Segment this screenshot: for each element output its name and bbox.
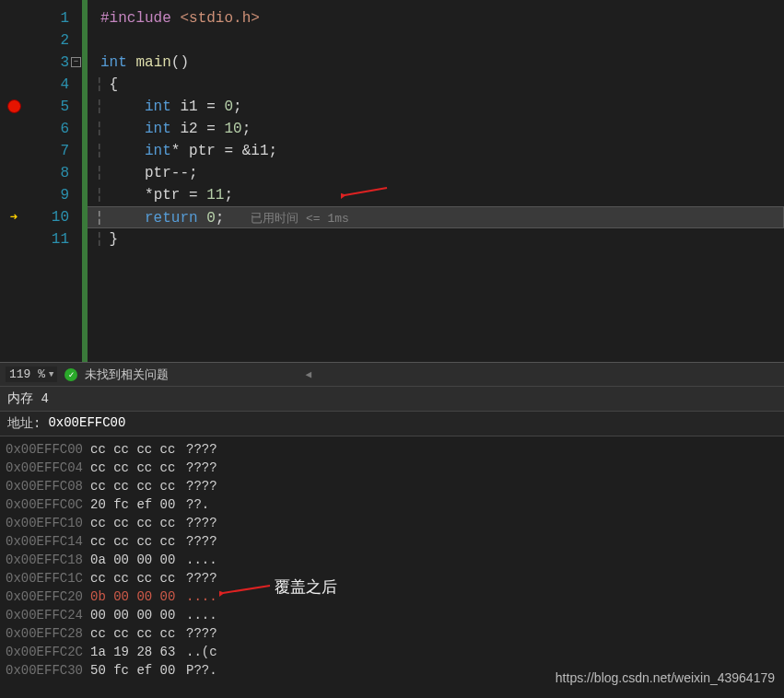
annotation-label: 覆盖之后 (275, 578, 337, 597)
memory-row-ascii: ???? (186, 440, 217, 459)
code-line[interactable]: ¦ int* ptr = &i1; (88, 140, 784, 162)
memory-row-hex: 0a 00 00 00 (90, 551, 186, 569)
zoom-level-select[interactable]: 119 % ▼ (6, 366, 57, 382)
code-line[interactable]: #include <stdio.h> (88, 7, 784, 29)
editor-gutter: ➜ 1 2 3 4 5 6 7 8 9 10 11 (0, 0, 78, 362)
code-line[interactable]: ¦ int i2 = 10; (88, 118, 784, 140)
memory-row-ascii: ???? (186, 477, 217, 495)
zoom-level-value: 119 % (9, 367, 45, 381)
memory-row[interactable]: 0x00EFFC2400 00 00 00.... (0, 606, 784, 624)
memory-row-ascii: ..(c (186, 643, 217, 661)
memory-row[interactable]: 0x00EFFC180a 00 00 00.... (0, 551, 784, 569)
memory-row-addr: 0x00EFFC30 (6, 661, 90, 680)
memory-row-ascii: ???? (186, 569, 217, 587)
code-line[interactable]: −int main() (88, 52, 784, 74)
memory-row[interactable]: 0x00EFFC08cc cc cc cc???? (0, 477, 784, 495)
memory-row[interactable]: 0x00EFFC200b 00 00 00.... (0, 587, 784, 606)
memory-row-ascii: P??. (186, 661, 217, 680)
memory-panel-title[interactable]: 内存 4 (0, 387, 784, 412)
memory-row[interactable]: 0x00EFFC04cc cc cc cc???? (0, 459, 784, 477)
memory-row-ascii: ???? (186, 514, 217, 532)
memory-row[interactable]: 0x00EFFC28cc cc cc cc???? (0, 624, 784, 643)
memory-address-bar: 地址: 0x00EFFC00 (0, 412, 784, 436)
memory-row-addr: 0x00EFFC1C (6, 569, 90, 587)
memory-row-hex: 0b 00 00 00 (90, 587, 186, 606)
memory-row-ascii: ???? (186, 459, 217, 477)
memory-row-addr: 0x00EFFC0C (6, 495, 90, 514)
memory-row-ascii: .... (186, 587, 217, 606)
preprocessor-token: #include (100, 10, 171, 27)
memory-row[interactable]: 0x00EFFC10cc cc cc cc???? (0, 514, 784, 532)
memory-row[interactable]: 0x00EFFC0C20 fc ef 00 ??. (0, 495, 784, 514)
scroll-left-icon[interactable]: ◀ (305, 368, 311, 380)
issues-status: 未找到相关问题 (85, 366, 169, 383)
memory-row-hex: 00 00 00 00 (90, 606, 186, 624)
glyph-margin[interactable]: ➜ (0, 7, 28, 362)
code-editor: ➜ 1 2 3 4 5 6 7 8 9 10 11 #include <stdi… (0, 0, 784, 387)
memory-row-hex: cc cc cc cc (90, 532, 186, 551)
memory-row-ascii: .... (186, 606, 217, 624)
memory-row[interactable]: 0x00EFFC2C1a 19 28 63..(c (0, 643, 784, 661)
memory-row-hex: cc cc cc cc (90, 440, 186, 459)
code-line[interactable] (88, 29, 784, 52)
code-line[interactable]: ¦ { (88, 74, 784, 96)
fold-minus-icon[interactable]: − (71, 57, 81, 67)
code-area[interactable]: ➜ 1 2 3 4 5 6 7 8 9 10 11 #include <stdi… (0, 0, 784, 362)
memory-row-addr: 0x00EFFC2C (6, 643, 90, 661)
memory-address-input[interactable]: 0x00EFFC00 (48, 415, 125, 432)
memory-row-addr: 0x00EFFC00 (6, 440, 90, 459)
memory-row-addr: 0x00EFFC04 (6, 459, 90, 477)
memory-row-ascii: .... (186, 551, 217, 569)
code-body[interactable]: #include <stdio.h> −int main() ¦ { ¦ int… (82, 0, 784, 362)
memory-row-hex: 1a 19 28 63 (90, 643, 186, 661)
chevron-down-icon: ▼ (49, 370, 53, 379)
memory-row-addr: 0x00EFFC14 (6, 532, 90, 551)
memory-hex-view[interactable]: 覆盖之后 0x00EFFC00cc cc cc cc????0x00EFFC04… (0, 436, 784, 683)
breakpoint-icon[interactable] (7, 99, 21, 113)
code-line[interactable]: ¦ ptr--; (88, 162, 784, 184)
memory-address-label: 地址: (7, 415, 41, 432)
memory-row-hex: cc cc cc cc (90, 459, 186, 477)
memory-row-hex: cc cc cc cc (90, 514, 186, 532)
memory-panel: 内存 4 地址: 0x00EFFC00 覆盖之后 0x00EFFC00cc cc… (0, 387, 784, 683)
code-line[interactable]: ¦ *ptr = 11; (88, 184, 784, 206)
memory-row-addr: 0x00EFFC18 (6, 551, 90, 569)
memory-row-hex: 50 fc ef 00 (90, 661, 186, 680)
code-line[interactable]: ¦ } (88, 228, 784, 250)
memory-row-hex: cc cc cc cc (90, 477, 186, 495)
execution-pointer-icon: ➜ (0, 206, 28, 228)
editor-status-bar: 119 % ▼ ✓ 未找到相关问题 ◀ (0, 362, 784, 386)
memory-row-ascii: ??. (186, 495, 209, 514)
check-circle-icon: ✓ (64, 368, 77, 381)
memory-row-hex: cc cc cc cc (90, 569, 186, 587)
memory-row-hex: cc cc cc cc (90, 624, 186, 643)
memory-row-ascii: ???? (186, 532, 217, 551)
memory-row[interactable]: 0x00EFFC1Ccc cc cc cc???? (0, 569, 784, 587)
memory-row-addr: 0x00EFFC24 (6, 606, 90, 624)
code-line-current[interactable]: ¦ return 0; 已用时间 <= 1ms (88, 206, 784, 228)
code-line[interactable]: ¦ int i1 = 0; (88, 96, 784, 118)
memory-row-addr: 0x00EFFC08 (6, 477, 90, 495)
memory-row-ascii: ???? (186, 624, 217, 643)
memory-row[interactable]: 0x00EFFC14cc cc cc cc???? (0, 532, 784, 551)
memory-row[interactable]: 0x00EFFC00cc cc cc cc???? (0, 440, 784, 459)
memory-row-hex: 20 fc ef 00 (90, 495, 186, 514)
watermark: https://blog.csdn.net/weixin_43964179 (556, 670, 775, 685)
memory-row-addr: 0x00EFFC20 (6, 587, 90, 606)
elapsed-time-hint: 已用时间 <= 1ms (251, 212, 349, 226)
memory-row-addr: 0x00EFFC10 (6, 514, 90, 532)
memory-row-addr: 0x00EFFC28 (6, 624, 90, 643)
